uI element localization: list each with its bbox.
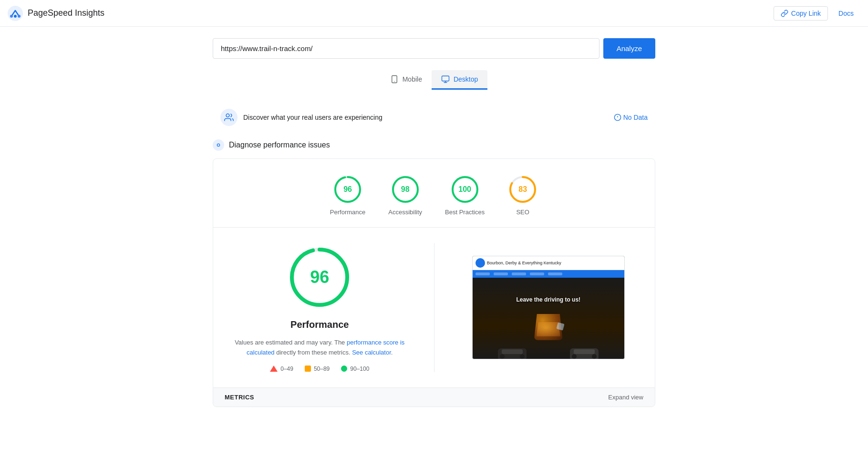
performance-title: Performance bbox=[290, 319, 349, 330]
real-users-text: Discover what your real users are experi… bbox=[243, 114, 382, 121]
score-label-best-practices: Best Practices bbox=[445, 209, 485, 216]
legend-green-range: 90–100 bbox=[350, 366, 369, 372]
screenshot-frame: Bourbon, Derby & Everything Kentucky bbox=[472, 256, 625, 359]
tab-mobile[interactable]: Mobile bbox=[381, 70, 432, 90]
brand: PageSpeed Insights bbox=[8, 6, 104, 21]
calculator-link[interactable]: See calculator bbox=[352, 349, 391, 356]
logo-icon bbox=[8, 6, 23, 21]
score-label-seo: SEO bbox=[516, 209, 529, 216]
score-label-performance: Performance bbox=[330, 209, 365, 216]
link-icon bbox=[781, 10, 788, 17]
tab-mobile-label: Mobile bbox=[403, 75, 422, 83]
legend-red: 0–49 bbox=[270, 366, 293, 372]
legend-green-icon bbox=[341, 366, 347, 372]
docs-link[interactable]: Docs bbox=[832, 7, 860, 20]
copy-link-button[interactable]: Copy Link bbox=[774, 6, 828, 21]
panel-divider bbox=[434, 243, 434, 372]
main-content: Analyze Mobile Desktop bbox=[205, 27, 663, 418]
info-circle-icon bbox=[614, 114, 621, 121]
diagnose-section-header: Diagnose performance issues bbox=[213, 139, 655, 151]
expand-view-link[interactable]: Expand view bbox=[608, 394, 643, 401]
scores-row: 96 Performance 98 Accessibility bbox=[213, 159, 655, 228]
device-tabs: Mobile Desktop bbox=[213, 70, 655, 90]
real-users-banner: Discover what your real users are experi… bbox=[213, 103, 655, 132]
diagnose-title: Diagnose performance issues bbox=[229, 141, 330, 149]
screenshot-panel: Bourbon, Derby & Everything Kentucky bbox=[457, 243, 640, 372]
score-bottom-panel: 96 Performance Values are estimated and … bbox=[213, 228, 655, 387]
score-card: 96 Performance 98 Accessibility bbox=[213, 158, 655, 407]
performance-large-score: 96 bbox=[310, 267, 329, 287]
legend-orange-range: 50–89 bbox=[314, 366, 330, 372]
performance-description: Values are estimated and may vary. The p… bbox=[234, 338, 405, 358]
svg-point-2 bbox=[10, 15, 13, 18]
screenshot-site-title: Bourbon, Derby & Everything Kentucky bbox=[487, 261, 561, 265]
url-input[interactable] bbox=[213, 38, 599, 59]
score-item-seo[interactable]: 83 SEO bbox=[507, 174, 538, 216]
users-icon-circle bbox=[220, 109, 238, 126]
header-actions: Copy Link Docs bbox=[774, 6, 860, 21]
svg-point-3 bbox=[18, 15, 21, 18]
desktop-icon bbox=[441, 75, 450, 84]
metrics-label: METRICS bbox=[225, 394, 254, 401]
score-value-seo: 83 bbox=[518, 185, 527, 194]
legend-green: 90–100 bbox=[341, 366, 369, 372]
tab-desktop[interactable]: Desktop bbox=[432, 70, 487, 90]
stethoscope-icon bbox=[215, 141, 222, 149]
score-item-performance[interactable]: 96 Performance bbox=[330, 174, 365, 216]
svg-point-0 bbox=[8, 6, 23, 21]
svg-rect-6 bbox=[442, 76, 449, 81]
no-data-link[interactable]: No Data bbox=[614, 114, 648, 121]
legend-red-icon bbox=[270, 366, 278, 372]
svg-point-1 bbox=[14, 15, 17, 18]
score-label-accessibility: Accessibility bbox=[388, 209, 422, 216]
score-legend: 0–49 50–89 90–100 bbox=[270, 366, 369, 372]
svg-point-9 bbox=[226, 114, 229, 117]
legend-orange: 50–89 bbox=[305, 366, 330, 372]
score-value-accessibility: 98 bbox=[401, 185, 410, 194]
score-item-best-practices[interactable]: 100 Best Practices bbox=[445, 174, 485, 216]
legend-red-range: 0–49 bbox=[280, 366, 293, 372]
svg-point-14 bbox=[217, 144, 219, 146]
app-header: PageSpeed Insights Copy Link Docs bbox=[0, 0, 868, 27]
url-row: Analyze bbox=[213, 38, 655, 59]
mobile-icon bbox=[390, 75, 399, 84]
tab-desktop-label: Desktop bbox=[454, 75, 478, 83]
copy-link-label: Copy Link bbox=[791, 10, 821, 17]
score-value-performance: 96 bbox=[343, 185, 352, 194]
legend-orange-icon bbox=[305, 366, 311, 372]
score-item-accessibility[interactable]: 98 Accessibility bbox=[388, 174, 422, 216]
no-data-label: No Data bbox=[623, 114, 648, 121]
diagnose-icon bbox=[213, 139, 224, 151]
app-title: PageSpeed Insights bbox=[28, 8, 104, 18]
score-value-best-practices: 100 bbox=[458, 185, 471, 194]
metrics-footer: METRICS Expand view bbox=[213, 387, 655, 407]
users-icon bbox=[224, 113, 234, 122]
screenshot-tagline: Leave the driving to us! bbox=[516, 296, 580, 303]
analyze-button[interactable]: Analyze bbox=[603, 38, 655, 59]
performance-detail: 96 Performance Values are estimated and … bbox=[228, 243, 411, 372]
svg-rect-4 bbox=[392, 76, 397, 83]
